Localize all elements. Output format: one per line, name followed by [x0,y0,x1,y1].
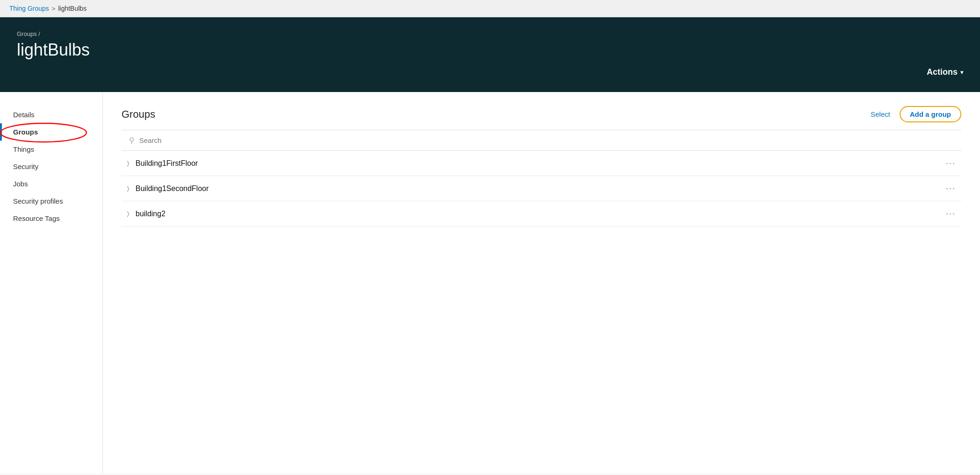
row-menu-button[interactable]: ··· [946,209,956,219]
sidebar-item-groups[interactable]: Groups [0,123,102,141]
breadcrumb: Thing Groups > lightBulbs [0,0,980,17]
group-name: Building1FirstFloor [136,159,198,168]
sidebar-item-jobs[interactable]: Jobs [0,175,102,192]
expand-arrow-icon[interactable]: 〉 [127,185,129,192]
expand-arrow-icon[interactable]: 〉 [127,160,129,167]
actions-button[interactable]: Actions ▾ [927,67,963,77]
sidebar-item-details[interactable]: Details [0,106,102,123]
search-input[interactable] [139,136,954,144]
sidebar-item-things[interactable]: Things [0,141,102,158]
sidebar-item-security[interactable]: Security [0,158,102,175]
sidebar: Details Groups Things Security Jobs Secu… [0,92,103,474]
page-title: lightBulbs [17,40,963,60]
page-header-sublabel: Groups / [17,30,963,37]
row-menu-button[interactable]: ··· [946,158,956,168]
table-row[interactable]: 〉 Building1FirstFloor ··· [122,151,961,176]
chevron-down-icon: ▾ [960,69,963,76]
select-link[interactable]: Select [871,110,890,118]
actions-label: Actions [927,67,958,77]
add-group-button[interactable]: Add a group [900,106,961,122]
search-icon: ⚲ [129,136,135,145]
breadcrumb-separator: > [52,5,56,12]
group-name: building2 [136,210,165,218]
expand-arrow-icon[interactable]: 〉 [127,210,129,218]
groups-list: 〉 Building1FirstFloor ··· 〉 Building1Sec… [122,151,961,227]
body-layout: Details Groups Things Security Jobs Secu… [0,92,980,474]
main-content: Groups Select Add a group ⚲ 〉 Building1F… [103,92,980,474]
sidebar-item-resource-tags[interactable]: Resource Tags [0,210,102,227]
section-actions: Select Add a group [871,106,961,122]
page-header: Groups / lightBulbs Actions ▾ [0,17,980,92]
search-container: ⚲ [122,130,961,151]
sidebar-item-security-profiles[interactable]: Security profiles [0,192,102,210]
section-title: Groups [122,108,155,121]
breadcrumb-parent-link[interactable]: Thing Groups [9,5,49,12]
breadcrumb-current: lightBulbs [58,5,86,12]
table-row[interactable]: 〉 building2 ··· [122,201,961,227]
section-header: Groups Select Add a group [122,106,961,122]
group-name: Building1SecondFloor [136,184,209,193]
row-menu-button[interactable]: ··· [946,184,956,193]
table-row[interactable]: 〉 Building1SecondFloor ··· [122,176,961,201]
